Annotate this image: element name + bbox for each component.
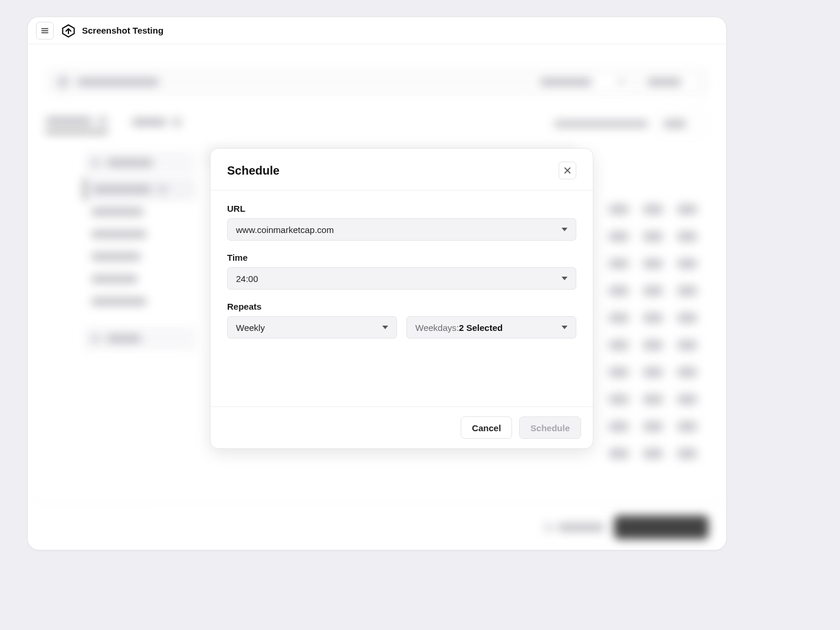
weekdays-prefix: Weekdays: (415, 323, 459, 333)
schedule-button[interactable]: Schedule (519, 416, 581, 439)
close-button[interactable] (559, 162, 576, 179)
hamburger-icon (41, 27, 49, 35)
chevron-down-icon (562, 228, 567, 231)
time-select[interactable]: 24:00 (227, 267, 576, 290)
url-value: www.coinmarketcap.com (236, 225, 334, 235)
frequency-value: Weekly (236, 323, 265, 333)
menu-button[interactable] (36, 22, 54, 40)
chevron-down-icon (562, 326, 567, 329)
url-select[interactable]: www.coinmarketcap.com (227, 218, 576, 241)
time-value: 24:00 (236, 274, 258, 284)
app-window: Screenshot Testing (27, 17, 727, 550)
chevron-down-icon (382, 326, 388, 329)
weekdays-select[interactable]: Weekdays: 2 Selected (406, 316, 576, 339)
schedule-modal: Schedule URL www.coinmarketcap.com Time … (210, 148, 593, 449)
page-title: Screenshot Testing (82, 25, 163, 35)
topbar: Screenshot Testing (28, 17, 726, 44)
frequency-select[interactable]: Weekly (227, 316, 397, 339)
repeats-label: Repeats (227, 301, 576, 311)
modal-title: Schedule (227, 164, 280, 178)
weekdays-value: 2 Selected (459, 323, 503, 333)
url-label: URL (227, 204, 576, 214)
cancel-button[interactable]: Cancel (461, 416, 512, 439)
modal-body: URL www.coinmarketcap.com Time 24:00 Rep… (211, 191, 593, 406)
close-icon (563, 166, 572, 175)
modal-footer: Cancel Schedule (211, 406, 593, 448)
modal-header: Schedule (211, 149, 593, 191)
chevron-down-icon (562, 277, 567, 280)
app-logo-icon (61, 23, 76, 38)
time-label: Time (227, 252, 576, 262)
